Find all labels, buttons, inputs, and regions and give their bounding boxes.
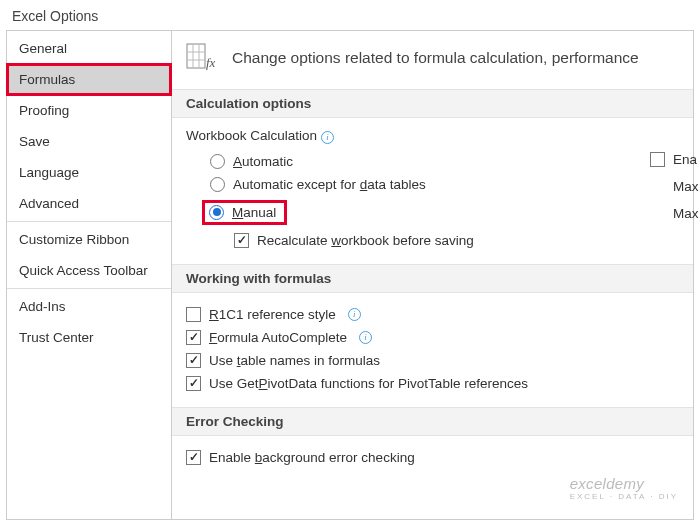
checkbox-label: Ena [673, 152, 697, 167]
page-header-text: Change options related to formula calcul… [232, 49, 639, 67]
sidebar-item-trust-center[interactable]: Trust Center [7, 322, 171, 353]
radio-auto-except[interactable]: Automatic except for data tables [186, 173, 679, 196]
label-max-iter: Max [650, 179, 699, 194]
check-autocomplete[interactable]: Formula AutoCompletei [186, 326, 679, 349]
sidebar-item-qat[interactable]: Quick Access Toolbar [7, 255, 171, 286]
radio-manual[interactable]: Manual [186, 196, 679, 229]
label-max-change: Max [650, 206, 699, 221]
checkbox-icon [186, 376, 201, 391]
checkbox-icon [186, 330, 201, 345]
section-working-title: Working with formulas [172, 264, 693, 293]
checkbox-label: Recalculate workbook before saving [257, 233, 474, 248]
checkbox-icon [234, 233, 249, 248]
radio-icon [210, 154, 225, 169]
radio-label: Automatic except for data tables [233, 177, 426, 192]
working-formulas-group: R1C1 reference stylei Formula AutoComple… [172, 303, 693, 407]
sidebar-item-addins[interactable]: Add-Ins [7, 291, 171, 322]
workbook-calc-label: Workbook Calculationi [186, 128, 679, 144]
checkbox-label: Use table names in formulas [209, 353, 380, 368]
checkbox-label: Enable background error checking [209, 450, 415, 465]
info-icon[interactable]: i [359, 331, 372, 344]
check-r1c1[interactable]: R1C1 reference stylei [186, 303, 679, 326]
svg-rect-0 [187, 44, 205, 68]
sidebar-item-formulas[interactable]: Formulas [7, 64, 171, 95]
sidebar-separator [7, 288, 171, 289]
checkbox-icon [186, 353, 201, 368]
checkbox-icon [650, 152, 665, 167]
error-checking-group: Enable background error checking [172, 446, 693, 481]
radio-icon [210, 177, 225, 192]
iteration-options: Ena Max Max [650, 152, 699, 221]
checkbox-label: Formula AutoComplete [209, 330, 347, 345]
radio-automatic[interactable]: Automatic [186, 150, 679, 173]
check-enable-iterative[interactable]: Ena [650, 152, 699, 167]
sidebar-item-customize-ribbon[interactable]: Customize Ribbon [7, 224, 171, 255]
radio-label: Automatic [233, 154, 293, 169]
options-content: fx Change options related to formula cal… [172, 31, 693, 519]
section-error-title: Error Checking [172, 407, 693, 436]
checkbox-label: R1C1 reference style [209, 307, 336, 322]
check-tablenames[interactable]: Use table names in formulas [186, 349, 679, 372]
radio-icon [209, 205, 224, 220]
svg-text:fx: fx [206, 55, 216, 70]
section-calc-title: Calculation options [172, 89, 693, 118]
checkbox-icon [186, 450, 201, 465]
sidebar-item-advanced[interactable]: Advanced [7, 188, 171, 219]
page-header: fx Change options related to formula cal… [172, 31, 693, 89]
radio-label: Manual [232, 205, 276, 220]
sidebar-item-proofing[interactable]: Proofing [7, 95, 171, 126]
checkbox-icon [186, 307, 201, 322]
sidebar-item-general[interactable]: General [7, 33, 171, 64]
options-dialog-body: General Formulas Proofing Save Language … [6, 30, 694, 520]
checkbox-label: Use GetPivotData functions for PivotTabl… [209, 376, 528, 391]
check-recalc-before-save[interactable]: Recalculate workbook before saving [186, 229, 679, 252]
info-icon[interactable]: i [348, 308, 361, 321]
info-icon[interactable]: i [321, 131, 334, 144]
workbook-calc-group: Workbook Calculationi Automatic Automati… [172, 128, 693, 264]
category-sidebar: General Formulas Proofing Save Language … [7, 31, 172, 519]
window-title: Excel Options [0, 0, 700, 30]
sidebar-separator [7, 221, 171, 222]
sidebar-item-save[interactable]: Save [7, 126, 171, 157]
check-getpivot[interactable]: Use GetPivotData functions for PivotTabl… [186, 372, 679, 395]
sidebar-item-language[interactable]: Language [7, 157, 171, 188]
formula-icon: fx [186, 43, 220, 73]
check-bg-error[interactable]: Enable background error checking [186, 446, 679, 469]
